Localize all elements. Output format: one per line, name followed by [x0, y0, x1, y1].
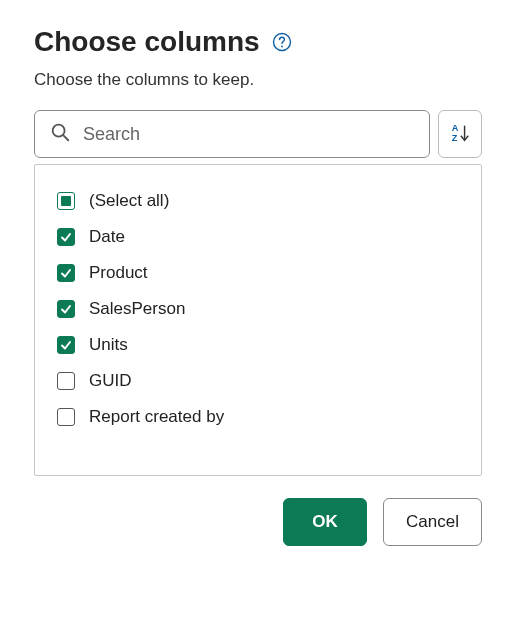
column-label: GUID: [89, 371, 132, 391]
svg-text:A: A: [452, 123, 459, 133]
checkbox-unchecked-icon[interactable]: [57, 408, 75, 426]
search-row: A Z: [34, 110, 482, 158]
sort-az-icon: A Z: [449, 122, 471, 147]
column-label: Product: [89, 263, 148, 283]
column-row-report-created-by[interactable]: Report created by: [53, 399, 463, 435]
checkbox-checked-icon[interactable]: [57, 336, 75, 354]
choose-columns-dialog: Choose columns Choose the columns to kee…: [0, 0, 516, 580]
column-label: Report created by: [89, 407, 224, 427]
column-row-product[interactable]: Product: [53, 255, 463, 291]
dialog-footer: OK Cancel: [34, 498, 482, 546]
help-icon[interactable]: [272, 32, 292, 52]
column-label: Units: [89, 335, 128, 355]
column-row-salesperson[interactable]: SalesPerson: [53, 291, 463, 327]
sort-button[interactable]: A Z: [438, 110, 482, 158]
search-icon: [49, 121, 71, 147]
ok-button[interactable]: OK: [283, 498, 367, 546]
checkbox-checked-icon[interactable]: [57, 264, 75, 282]
search-input[interactable]: [81, 123, 415, 146]
column-label: (Select all): [89, 191, 169, 211]
checkbox-checked-icon[interactable]: [57, 228, 75, 246]
column-row-units[interactable]: Units: [53, 327, 463, 363]
cancel-button[interactable]: Cancel: [383, 498, 482, 546]
checkbox-checked-icon[interactable]: [57, 300, 75, 318]
column-row-date[interactable]: Date: [53, 219, 463, 255]
column-row-select-all[interactable]: (Select all): [53, 183, 463, 219]
dialog-header: Choose columns: [34, 26, 482, 58]
column-label: SalesPerson: [89, 299, 185, 319]
dialog-subtitle: Choose the columns to keep.: [34, 70, 482, 90]
search-box[interactable]: [34, 110, 430, 158]
dialog-title: Choose columns: [34, 26, 260, 58]
checkbox-indeterminate-icon[interactable]: [57, 192, 75, 210]
column-row-guid[interactable]: GUID: [53, 363, 463, 399]
svg-line-3: [63, 135, 68, 140]
svg-point-1: [281, 46, 283, 48]
column-label: Date: [89, 227, 125, 247]
svg-text:Z: Z: [452, 133, 458, 143]
checkbox-unchecked-icon[interactable]: [57, 372, 75, 390]
column-list: (Select all) Date Product SalesPerson Un: [34, 164, 482, 476]
